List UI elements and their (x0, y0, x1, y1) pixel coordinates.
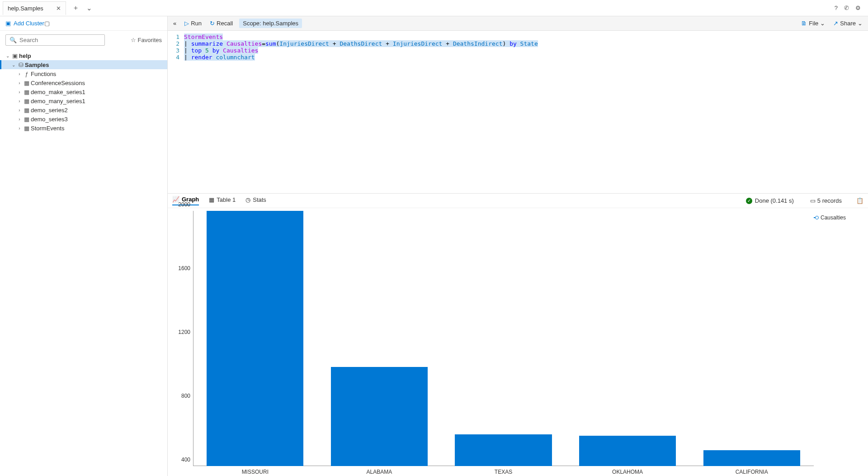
tree-item-label: demo_series3 (31, 116, 68, 123)
recall-icon: ↻ (210, 20, 215, 27)
table-icon: ▦ (23, 89, 31, 95)
query-status: ✓ Done (0.141 s) (746, 197, 794, 204)
tree-db-label: Samples (25, 62, 49, 68)
connection-tree: ⌄ ▣ help ⌄ ⛁ Samples › ƒ Functions › ▦ C… (0, 49, 167, 134)
scope-button[interactable]: Scope: help.Samples (239, 19, 302, 28)
table-icon: ▦ (23, 125, 31, 132)
tree-item-stormevents[interactable]: › ▦ StormEvents (0, 124, 167, 133)
xlabel-alabama: ALABAMA (317, 469, 442, 475)
run-button[interactable]: ▷Run (183, 19, 203, 28)
tree-cluster-label: help (19, 52, 31, 59)
tree-item-demo-make-series1[interactable]: › ▦ demo_make_series1 (0, 87, 167, 96)
search-icon: 🔍 (9, 37, 17, 43)
new-tab-button[interactable]: ＋ (69, 4, 83, 12)
xlabel-california: CALIFORNIA (689, 469, 814, 475)
chevron-right-icon: › (16, 99, 23, 104)
tree-item-label: ConferenceSessions (31, 80, 85, 86)
database-icon: ⛁ (17, 62, 25, 68)
tree-item-label: demo_many_series1 (31, 98, 85, 105)
panel-collapse-icon[interactable]: ▢ (44, 20, 162, 27)
play-icon: ▷ (184, 20, 189, 27)
tabbar: help.Samples ✕ ＋ ⌄ ? ✆ ⚙ (0, 0, 868, 16)
status-text: Done (0.141 s) (755, 197, 794, 204)
bar-california[interactable] (703, 450, 800, 466)
tab-table1[interactable]: ▦Table 1 (209, 196, 236, 205)
bar-oklahoma[interactable] (579, 436, 676, 466)
recall-button[interactable]: ↻Recall (208, 19, 235, 28)
recall-label: Recall (217, 20, 233, 27)
tab-stats[interactable]: ◷Stats (245, 196, 266, 205)
bar-missouri[interactable] (207, 211, 303, 466)
tree-item-label: Functions (31, 71, 56, 77)
table-icon: ▦ (23, 80, 31, 86)
sidebar-header: ▣ Add Cluster ▢ (0, 16, 167, 31)
bar-texas[interactable] (455, 434, 552, 466)
xlabel-oklahoma: OKLAHOMA (566, 469, 690, 475)
settings-icon[interactable]: ⚙ (855, 5, 861, 11)
chevron-down-icon: ⌄ (820, 20, 825, 27)
tab-table-label: Table 1 (217, 196, 236, 203)
chevron-right-icon: › (16, 81, 23, 86)
tree-item-demo-many-series1[interactable]: › ▦ demo_many_series1 (0, 96, 167, 105)
chevron-down-icon: ⌄ (10, 62, 17, 67)
feedback-icon[interactable]: ✆ (844, 5, 849, 11)
favorites-label: Favorites (138, 37, 162, 43)
query-editor[interactable]: 1StormEvents2| summarize Causalties=sum(… (168, 31, 868, 194)
chevron-right-icon: › (16, 117, 23, 122)
close-icon[interactable]: ✕ (56, 5, 61, 12)
functions-icon: ƒ (23, 71, 31, 77)
top-icons: ? ✆ ⚙ (835, 5, 868, 11)
editor-panel: « ▷Run ↻Recall Scope: help.Samples 🗎File… (168, 16, 868, 476)
legend-marker-icon (814, 217, 818, 218)
tree-item-functions[interactable]: › ƒ Functions (0, 69, 167, 78)
help-icon[interactable]: ? (835, 5, 838, 11)
history-back-button[interactable]: « (171, 19, 178, 28)
tree-item-demo-series2[interactable]: › ▦ demo_series2 (0, 105, 167, 114)
share-menu[interactable]: ↗Share ⌄ (831, 19, 864, 28)
file-label: File (809, 20, 818, 27)
table-icon: ▦ (23, 98, 31, 105)
column-chart[interactable]: MISSOURIALABAMATEXASOKLAHOMACALIFORNIA40… (170, 211, 814, 476)
tree-item-label: StormEvents (31, 125, 64, 132)
grid-icon: ▦ (209, 196, 214, 203)
tab-stats-label: Stats (253, 196, 266, 203)
sidebar: ▣ Add Cluster ▢ 🔍 ☆ Favorites ⌄ ▣ help ⌄… (0, 16, 168, 476)
search-input[interactable] (19, 37, 101, 43)
record-count: ▭ 5 records (810, 197, 842, 204)
stats-icon: ◷ (245, 196, 250, 203)
tree-item-demo-series3[interactable]: › ▦ demo_series3 (0, 114, 167, 124)
cluster-node-icon: ▣ (11, 52, 19, 59)
chevron-right-icon: › (16, 126, 23, 131)
file-menu[interactable]: 🗎File ⌄ (799, 19, 827, 28)
table-icon: ▦ (23, 116, 31, 123)
tree-item-label: demo_series2 (31, 107, 68, 114)
cluster-icon: ▣ (5, 20, 11, 27)
add-cluster-button[interactable]: Add Cluster (14, 20, 44, 27)
chevron-down-icon: ⌄ (858, 20, 863, 27)
success-icon: ✓ (746, 198, 752, 204)
scope-label: Scope: help.Samples (243, 20, 298, 27)
copy-icon[interactable]: 📋 (856, 197, 863, 204)
search-box[interactable]: 🔍 (5, 34, 105, 46)
chevron-right-icon: › (16, 90, 23, 95)
legend-item-causalties[interactable]: Causalties (814, 214, 861, 221)
tree-db-samples[interactable]: ⌄ ⛁ Samples (0, 60, 167, 69)
legend-label: Causalties (821, 214, 846, 221)
xlabel-missouri: MISSOURI (193, 469, 317, 475)
search-row: 🔍 ☆ Favorites (0, 31, 167, 49)
result-tabs: 📈Graph ▦Table 1 ◷Stats ✓ Done (0.141 s) … (168, 194, 868, 208)
bar-alabama[interactable] (331, 367, 428, 466)
tree-cluster-help[interactable]: ⌄ ▣ help (0, 51, 167, 60)
chart-area: MISSOURIALABAMATEXASOKLAHOMACALIFORNIA40… (168, 208, 868, 476)
records-text: 5 records (817, 197, 842, 204)
tab-help-samples[interactable]: help.Samples ✕ (3, 1, 66, 15)
favorites-button[interactable]: ☆ Favorites (131, 37, 162, 43)
chevron-right-icon: › (16, 108, 23, 113)
tree-item-label: demo_make_series1 (31, 89, 85, 95)
tab-list-button[interactable]: ⌄ (83, 4, 96, 12)
tree-item-conferencesessions[interactable]: › ▦ ConferenceSessions (0, 78, 167, 87)
share-icon: ↗ (833, 20, 838, 27)
chevron-down-icon: ⌄ (5, 53, 11, 58)
run-label: Run (191, 20, 202, 27)
query-toolbar: « ▷Run ↻Recall Scope: help.Samples 🗎File… (168, 16, 868, 31)
